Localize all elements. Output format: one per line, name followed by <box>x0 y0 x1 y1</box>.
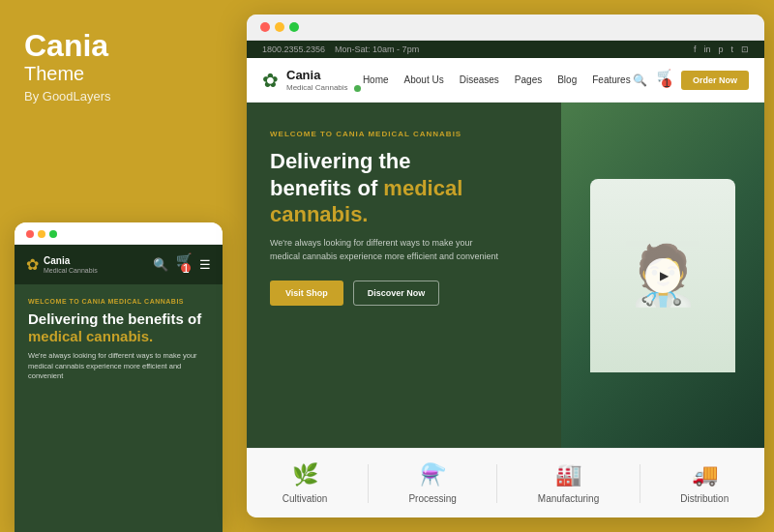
hero-image: 🧑‍⚕️ <box>561 103 764 448</box>
website-content: 1800.2355.2356 Mon-Sat: 10am - 7pm f in … <box>247 41 764 517</box>
mobile-logo-name: Cania <box>44 255 98 267</box>
hero-right: 🧑‍⚕️ <box>561 103 764 448</box>
hero-left: WELCOME TO CANIA MEDICAL CANNABIS Delive… <box>247 103 561 448</box>
nav-cart-icon[interactable]: 🛒 1 <box>657 69 671 92</box>
play-button[interactable] <box>645 258 680 293</box>
mobile-mockup: ✿ Cania Medical Cannabis 🔍 🛒 1 ☰ WELCOME… <box>15 222 223 532</box>
cultivation-label: Cultivation <box>283 493 328 504</box>
nav-search-icon[interactable]: 🔍 <box>633 74 647 87</box>
feature-divider-3 <box>640 464 640 503</box>
main-nav: ✿ Cania Medical Cannabis Home About Us D… <box>247 58 764 103</box>
mobile-logo: ✿ Cania Medical Cannabis <box>26 255 98 274</box>
browser-window-dots <box>260 22 299 32</box>
feature-divider-2 <box>496 464 497 503</box>
linkedin-icon[interactable]: in <box>703 44 710 54</box>
hero-headline-accent1: medical <box>383 176 462 200</box>
hero-doctor-figure: 🧑‍⚕️ <box>590 179 735 372</box>
mobile-cart-badge: 1 <box>181 263 191 273</box>
nav-links: Home About Us Diseases Pages Blog Featur… <box>363 74 631 85</box>
mobile-headline-accent: medical cannabis. <box>28 328 153 344</box>
info-bar: 1800.2355.2356 Mon-Sat: 10am - 7pm f in … <box>247 41 764 58</box>
mobile-nav-icons: 🔍 🛒 1 ☰ <box>153 252 211 277</box>
order-now-button[interactable]: Order Now <box>681 71 749 90</box>
manufacturing-icon: 🏭 <box>555 462 581 488</box>
business-hours: Mon-Sat: 10am - 7pm <box>335 44 419 54</box>
features-bar: 🌿 Cultivation ⚗️ Processing 🏭 Manufactur… <box>247 448 764 517</box>
left-panel: Cania Theme By GoodLayers ✿ Cania Medica… <box>0 0 237 532</box>
mobile-nav: ✿ Cania Medical Cannabis 🔍 🛒 1 ☰ <box>15 245 223 284</box>
desktop-mockup: 1800.2355.2356 Mon-Sat: 10am - 7pm f in … <box>247 15 764 517</box>
nav-logo-name: Cania <box>286 68 361 83</box>
feature-distribution: 🚚 Distribution <box>680 462 729 504</box>
nav-link-blog[interactable]: Blog <box>557 74 577 85</box>
mobile-headline-text: Delivering the benefits of <box>28 310 201 327</box>
instagram-icon[interactable]: ⊡ <box>741 44 749 54</box>
manufacturing-label: Manufacturing <box>538 493 599 504</box>
mobile-content: WELCOME TO CANIA MEDICAL CANNABIS Delive… <box>15 284 223 532</box>
nav-link-home[interactable]: Home <box>363 74 389 85</box>
nav-logo-icon: ✿ <box>262 69 279 92</box>
info-bar-left: 1800.2355.2356 Mon-Sat: 10am - 7pm <box>262 44 419 54</box>
nav-link-pages[interactable]: Pages <box>515 74 542 85</box>
hero-buttons: Visit Shop Discover Now <box>270 281 538 306</box>
info-bar-social: f in p t ⊡ <box>694 44 749 54</box>
mobile-cart-icon[interactable]: 🛒 1 <box>176 252 192 277</box>
brand-by: By GoodLayers <box>24 89 213 103</box>
visit-shop-button[interactable]: Visit Shop <box>270 281 343 306</box>
distribution-icon: 🚚 <box>692 462 718 488</box>
mobile-window-dots <box>26 230 57 238</box>
discover-now-button[interactable]: Discover Now <box>353 281 440 306</box>
twitter-icon[interactable]: t <box>730 44 733 54</box>
hero-welcome-text: WELCOME TO CANIA MEDICAL CANNABIS <box>270 130 538 138</box>
distribution-label: Distribution <box>680 493 729 504</box>
processing-icon: ⚗️ <box>420 462 446 488</box>
nav-link-features[interactable]: Features <box>592 74 630 85</box>
nav-actions: 🔍 🛒 1 Order Now <box>633 69 749 92</box>
feature-cultivation: 🌿 Cultivation <box>283 462 328 504</box>
nav-logo-sub: Medical Cannabis <box>286 83 348 93</box>
mobile-search-icon[interactable]: 🔍 <box>153 257 168 272</box>
nav-logo: ✿ Cania Medical Cannabis <box>262 68 361 92</box>
nav-link-diseases[interactable]: Diseases <box>460 74 499 85</box>
mobile-topbar <box>15 222 223 245</box>
mobile-welcome-text: WELCOME TO CANIA MEDICAL CANNABIS <box>28 298 209 305</box>
brand-subtitle: Theme <box>24 63 213 85</box>
mobile-menu-icon[interactable]: ☰ <box>199 257 211 272</box>
hero-headline-accent2: cannabis. <box>270 202 368 226</box>
hero-section: WELCOME TO CANIA MEDICAL CANNABIS Delive… <box>247 103 764 448</box>
mobile-logo-sub: Medical Cannabis <box>44 267 98 274</box>
cultivation-icon: 🌿 <box>292 462 318 488</box>
mobile-desc: We're always looking for different ways … <box>28 351 209 382</box>
feature-processing: ⚗️ Processing <box>408 462 456 504</box>
mobile-logo-icon: ✿ <box>26 255 39 274</box>
browser-topbar <box>247 15 764 41</box>
processing-label: Processing <box>408 493 456 504</box>
nav-cart-badge: 1 <box>662 78 671 88</box>
hero-headline: Delivering thebenefits of medical cannab… <box>270 148 538 228</box>
feature-divider-1 <box>368 464 369 503</box>
nav-link-about[interactable]: About Us <box>404 74 444 85</box>
phone-number: 1800.2355.2356 <box>262 44 325 54</box>
hero-desc: We're always looking for different ways … <box>270 236 502 264</box>
mobile-headline: Delivering the benefits of medical canna… <box>28 310 209 345</box>
facebook-icon[interactable]: f <box>694 44 697 54</box>
nav-logo-dot <box>354 85 361 92</box>
brand-title: Cania <box>24 29 213 63</box>
feature-manufacturing: 🏭 Manufacturing <box>538 462 599 504</box>
pinterest-icon[interactable]: p <box>718 44 723 54</box>
